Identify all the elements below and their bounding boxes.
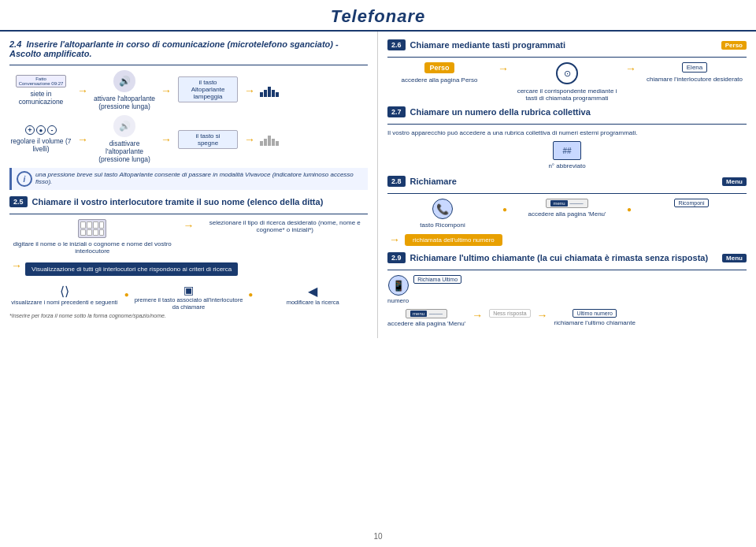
section-27: 2.7 Chiamare un numero della rubrica col… [387, 106, 747, 169]
step-ness-risposta: Ness risposta [489, 309, 530, 318]
circle-icon: ⊙ [556, 62, 578, 84]
step2-label: richiamare l'ultimo chiamante [554, 319, 636, 326]
sec25-steps-row: digitare il nome o le iniziali o cognome… [9, 219, 368, 255]
sec24-header: 2.4 Inserire l'altoparlante in corso di … [9, 39, 368, 58]
sec25-title: Chiamare il vostro interlocutore tramite… [32, 197, 368, 207]
step-audiobars2 [260, 133, 279, 146]
richiama-btn: Richiama Ultimo [413, 275, 461, 284]
sec29-title: Richiamare l'ultimo chiamante (la cui ch… [410, 253, 723, 262]
step-label: digitare il nome o le iniziali o cognome… [9, 240, 176, 255]
step-find-contact: ⊙ cercare il corrispondente mediante i t… [515, 62, 619, 102]
step-tasto-spegne: il tasto si spegne [176, 128, 239, 151]
sec24-steps-row2: + ● - regolare il volume (7 livelli) → 🔊… [9, 115, 368, 163]
step-access-menu: menu ──── accedere alla pagina 'Menu' [512, 199, 622, 218]
phone2-icon: 📱 [388, 275, 409, 296]
step-type-name: digitare il nome o le iniziali o cognome… [9, 219, 176, 255]
callback-label: richiamata dell'ultimo numero [405, 234, 502, 246]
step-label: selezionare il tipo di ricerca desiderat… [202, 219, 369, 233]
step-access-perso: Perso accedere alla pagina Perso [387, 62, 491, 84]
step-label: modificare la ricerca [287, 299, 339, 306]
info-icon: i [17, 171, 32, 187]
arrow-icon: → [161, 84, 172, 97]
nessrisposta-btn: Ness risposta [489, 309, 530, 318]
step-label: cercare il corrispondente mediante i tas… [515, 87, 619, 102]
sec29-badge: Menu [722, 254, 747, 262]
perso-badge-icon: Perso [424, 62, 454, 73]
sec29-row2: menu ──── accedere alla pagina 'Menu' → … [387, 309, 747, 327]
arrow-icon: → [472, 309, 483, 322]
page-header: Telefonare [0, 0, 756, 32]
phone-icon: 📞 [432, 199, 453, 219]
step-label: chiamare l'interlocutore desiderato [647, 76, 743, 83]
sec28-divider [387, 193, 747, 194]
ricomponi-badge: Ricomponi [674, 199, 708, 207]
sec29-row1: 📱 numero Richiama Ultimo [387, 275, 747, 304]
sec26-header: 2.6 Chiamare mediante tasti programmati … [387, 39, 747, 50]
vis-box: Visualizzazione di tutti gli interlocuto… [25, 262, 238, 276]
step-access-menu2: menu ──── accedere alla pagina 'Menu' [387, 309, 465, 327]
page-number: 10 [373, 532, 382, 541]
step-label: accedere alla pagina 'Menu' [528, 210, 606, 218]
step-label: disattivare l'altoparlante (pressione lu… [93, 140, 156, 163]
keyboard-icon [78, 219, 106, 238]
step-ricomponi-btn: 📞 tasto Ricomponi [387, 199, 498, 229]
sec26-title: Chiamare mediante tasti programmati [410, 40, 721, 50]
step-label: tasto Ricomponi [420, 221, 465, 229]
sec29-header: 2.9 Richiamare l'ultimo chiamante (la cu… [387, 252, 747, 263]
sec27-header: 2.7 Chiamare un numero della rubrica col… [387, 106, 747, 117]
dot-separator: ● [124, 290, 129, 299]
step-press-key: ▣ premere il tasto associato all'interlo… [134, 284, 244, 311]
sec24-divider [9, 65, 368, 65]
abbrev-label: n° abbreviato [548, 162, 585, 169]
arrow-icon: → [625, 62, 636, 75]
sec28-title: Richiamare [410, 177, 723, 186]
vis-box-row: → Visualizzazione di tutti gli interlocu… [9, 259, 368, 279]
step-select-type: selezionare il tipo di ricerca desiderat… [202, 219, 369, 233]
main-content: 2.4 Inserire l'altoparlante in corso di … [0, 32, 756, 338]
sec25-bottom-steps: ⟨⟩ visualizzare i nomi precedenti e segu… [9, 284, 368, 311]
step-label: siete in comunicazione [9, 90, 72, 106]
step-ricomponi-label: Ricomponi [636, 199, 747, 207]
section-29: 2.9 Richiamare l'ultimo chiamante (la cu… [387, 252, 747, 327]
audio-bars-icon [260, 84, 279, 97]
sec27-desc: Il vostro apparecchio può accedere a una… [387, 129, 747, 136]
arrow-icon: → [161, 133, 172, 146]
dot-sep: ● [502, 205, 507, 214]
section-28: 2.8 Richiamare Menu 📞 tasto Ricomponi ● … [387, 176, 747, 246]
arrow-icon: → [244, 133, 255, 146]
arrow-icon: → [183, 219, 195, 232]
step-label: regolare il volume (7 livelli) [9, 137, 72, 153]
sec27-num: 2.7 [387, 106, 406, 117]
arrow-icon: → [244, 84, 255, 97]
tasto2-label: il tasto si spegne [178, 130, 238, 149]
sec27-title: Chiamare un numero della rubrica collett… [410, 107, 747, 117]
sec26-num: 2.6 [387, 39, 406, 50]
step-prev-next: ⟨⟩ visualizzare i nomi precedenti e segu… [9, 284, 120, 306]
sec24-title: Inserire l'altoparlante in corso di comu… [9, 39, 339, 58]
press-icon: ▣ [183, 284, 194, 296]
arrow-icon: → [11, 259, 22, 279]
step-activate-speaker: 🔊 attivare l'altoparlante (pressione lun… [93, 70, 156, 110]
section-24: 2.4 Inserire l'altoparlante in corso di … [9, 39, 368, 190]
sec28-num: 2.8 [387, 176, 406, 187]
footnote-25: *Inserire per forza il nome sotto la for… [9, 313, 368, 318]
numero-label: numero [387, 297, 409, 304]
step-label: attivare l'altoparlante (pressione lunga… [93, 95, 156, 110]
callback-row: → richiamata dell'ultimo numero [387, 233, 747, 246]
sec29-divider [387, 270, 747, 270]
sec28-steps-row: 📞 tasto Ricomponi ● menu ──── accedere a… [387, 199, 747, 229]
menu2-display: menu ──── [406, 309, 447, 318]
prev-next-icon: ⟨⟩ [60, 284, 69, 299]
sec29-num: 2.9 [387, 252, 406, 263]
page-footer: 10 [0, 532, 756, 541]
arrow-icon: → [77, 133, 88, 146]
volume-icon: + ● - [25, 125, 57, 135]
info-text: una pressione breve sul tasto Altoparlan… [35, 171, 363, 185]
prev-icon: ◀ [308, 284, 317, 299]
section-25: 2.5 Chiamare il vostro interlocutore tra… [9, 196, 368, 318]
arrow-icon: → [77, 84, 88, 97]
sec25-num: 2.5 [9, 196, 28, 207]
step-in-communication: Fatto Conversazione 09:27 siete in comun… [9, 75, 72, 106]
dot-separator2: ● [248, 290, 253, 299]
speaker2-icon: 🔊 [113, 115, 135, 137]
